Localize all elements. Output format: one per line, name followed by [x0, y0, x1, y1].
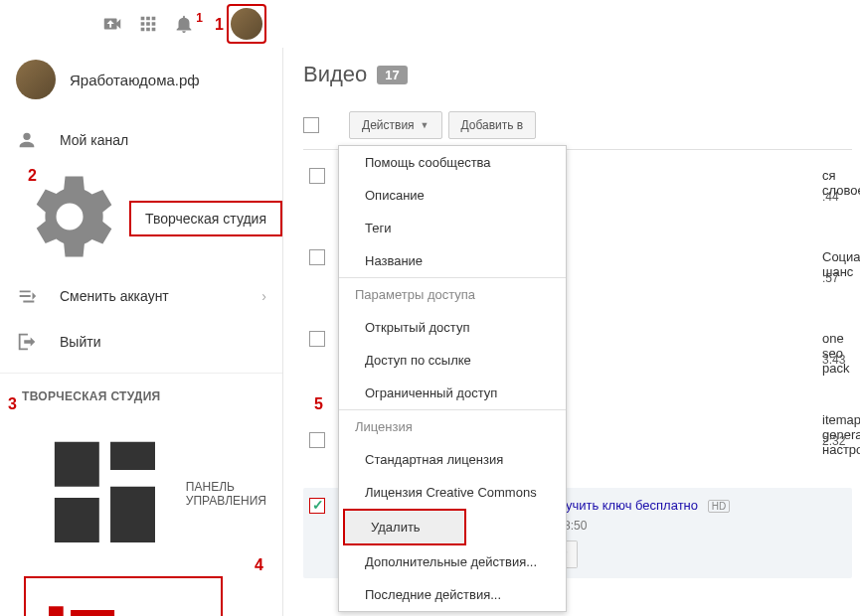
video-time-partial: 2:32 [822, 434, 845, 448]
person-icon [16, 129, 38, 151]
dd-help[interactable]: Помощь сообщества [339, 146, 566, 179]
nav-label: Мой канал [60, 132, 128, 148]
upload-icon[interactable] [101, 13, 123, 35]
row-checkbox[interactable] [309, 249, 325, 265]
video-time-partial: :57 [822, 271, 839, 285]
user-row: Яработаюдома.рф [0, 52, 282, 117]
dd-cc-license[interactable]: Лицензия Creative Commons [339, 476, 566, 509]
logout-icon [16, 331, 38, 353]
dd-private[interactable]: Ограниченный доступ [339, 377, 566, 409]
dd-license-header: Лицензия [339, 409, 566, 443]
video-time-partial: :44 [822, 190, 839, 204]
row-checkbox[interactable] [309, 432, 325, 448]
user-avatar-large[interactable] [16, 60, 56, 99]
studio-video-manager[interactable]: МЕНЕДЖЕР ВИДЕО [24, 576, 223, 616]
dd-unlisted[interactable]: Доступ по ссылке [339, 344, 566, 377]
switch-icon [16, 285, 38, 307]
notif-count: 1 [196, 11, 203, 25]
nav-switch-account[interactable]: Сменить аккаунт › [0, 273, 282, 319]
nav-my-channel[interactable]: Мой канал [0, 117, 282, 163]
dd-public[interactable]: Открытый доступ [339, 311, 566, 344]
user-name: Яработаюдома.рф [70, 72, 200, 88]
dd-std-license[interactable]: Стандартная лицензия [339, 443, 566, 476]
nav-logout[interactable]: Выйти [0, 319, 282, 365]
nav-creator-studio[interactable]: Творческая студия [129, 201, 282, 236]
row-checkbox[interactable] [309, 331, 325, 347]
callout-4: 4 [255, 556, 263, 574]
video-time-partial: 3:43 [822, 353, 845, 367]
dd-more[interactable]: Дополнительные действия... [339, 545, 566, 578]
avatar-highlight [227, 4, 266, 44]
page-title: Видео [303, 62, 367, 87]
dd-title[interactable]: Название [339, 244, 566, 277]
row-checkbox[interactable] [309, 168, 325, 184]
dd-description[interactable]: Описание [339, 179, 566, 212]
btn-label: Действия [362, 118, 415, 132]
nav-label: Выйти [60, 334, 100, 350]
video-manager-icon [38, 588, 125, 616]
section-title: ТВОРЧЕСКАЯ СТУДИЯ [0, 374, 282, 413]
callout-5: 5 [314, 395, 323, 413]
dd-privacy-header: Параметры доступа [339, 277, 566, 311]
apps-icon[interactable] [137, 13, 159, 35]
studio-label: ПАНЕЛЬ УПРАВЛЕНИЯ [186, 480, 266, 508]
hd-badge: HD [708, 500, 730, 513]
bell-icon[interactable]: 1 [173, 13, 195, 35]
select-all-checkbox[interactable] [303, 117, 319, 133]
video-count-badge: 17 [377, 66, 407, 84]
dd-recent[interactable]: Последние действия... [339, 578, 566, 611]
chevron-right-icon: › [261, 288, 266, 304]
toolbar: Действия▼ Добавить в [303, 105, 852, 150]
actions-button[interactable]: Действия▼ [349, 111, 442, 139]
main-content: Видео 17 Действия▼ Добавить в ся словоеб… [283, 48, 860, 616]
dashboard-icon [38, 425, 172, 562]
add-to-button[interactable]: Добавить в [448, 111, 537, 139]
dd-tags[interactable]: Теги [339, 212, 566, 244]
sidebar: Яработаюдома.рф Мой канал Творческая сту… [0, 48, 283, 616]
studio-dashboard[interactable]: ПАНЕЛЬ УПРАВЛЕНИЯ [0, 413, 282, 574]
actions-dropdown: Помощь сообщества Описание Теги Название… [338, 145, 567, 612]
callout-1: 1 [215, 16, 224, 34]
row-checkbox-checked[interactable] [309, 498, 325, 514]
callout-3: 3 [8, 395, 17, 413]
user-avatar[interactable] [231, 8, 262, 40]
topbar: 1 [0, 0, 860, 48]
nav-label: Творческая студия [145, 211, 266, 227]
btn-label: Добавить в [461, 118, 524, 132]
dd-delete[interactable]: Удалить [343, 509, 466, 545]
nav-label: Сменить аккаунт [60, 288, 169, 304]
callout-2: 2 [28, 167, 37, 185]
caret-down-icon: ▼ [421, 120, 430, 130]
